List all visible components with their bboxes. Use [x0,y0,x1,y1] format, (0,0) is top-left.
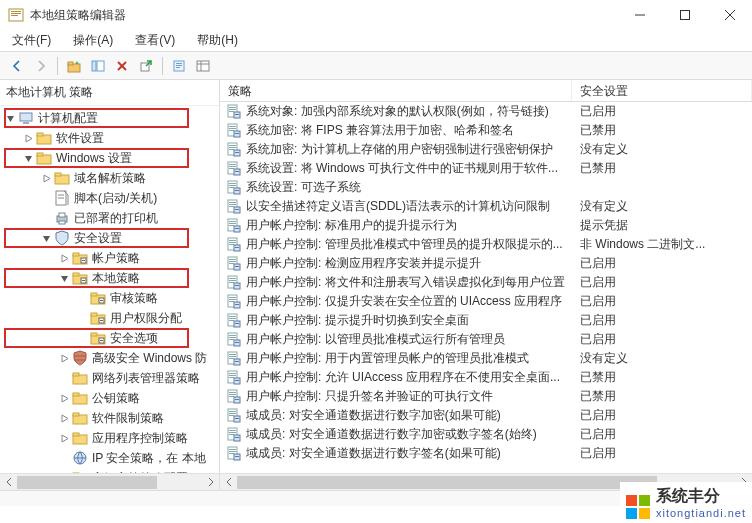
policy-row[interactable]: 用户帐户控制: 只提升签名并验证的可执行文件已禁用 [220,387,752,406]
minimize-button[interactable] [617,0,662,30]
policy-icon [226,351,242,367]
svg-rect-45 [91,293,97,296]
column-policy[interactable]: 策略 [220,80,572,101]
policy-row[interactable]: 用户帐户控制: 仅提升安装在安全位置的 UIAccess 应用程序已启用 [220,292,752,311]
policy-row[interactable]: 用户帐户控制: 管理员批准模式中管理员的提升权限提示的...非 Windows … [220,235,752,254]
scroll-thumb[interactable] [237,476,657,489]
policy-row[interactable]: 域成员: 对安全通道数据进行数字签名(如果可能)已启用 [220,444,752,463]
tree-node-user-rights[interactable]: 用户权限分配 [0,308,219,328]
policy-row[interactable]: 域成员: 对安全通道数据进行数字加密或数字签名(始终)已启用 [220,425,752,444]
svg-rect-103 [229,206,234,207]
svg-rect-114 [229,242,236,243]
maximize-button[interactable] [662,0,707,30]
tree-node-software-restriction[interactable]: 软件限制策略 [0,408,219,428]
menu-view[interactable]: 查看(V) [129,30,181,51]
tree-node-public-key[interactable]: 公钥策略 [0,388,219,408]
tree-node-app-control[interactable]: 应用程序控制策略 [0,428,219,448]
policy-list: 系统对象: 加强内部系统对象的默认权限(例如，符号链接)已启用系统加密: 将 F… [220,102,752,473]
twisty-icon[interactable] [40,232,52,244]
policy-icon [226,275,242,291]
twisty-icon[interactable] [58,432,70,444]
tree-h-scrollbar[interactable] [0,473,219,490]
svg-rect-75 [235,114,239,115]
policy-row[interactable]: 系统设置: 可选子系统 [220,178,752,197]
policy-row[interactable]: 以安全描述符定义语言(SDDL)语法表示的计算机访问限制没有定义 [220,197,752,216]
scroll-left-button[interactable] [220,474,237,491]
twisty-icon[interactable] [58,352,70,364]
policy-row[interactable]: 用户帐户控制: 检测应用程序安装并提示提升已启用 [220,254,752,273]
delete-button[interactable] [111,55,133,77]
menu-help[interactable]: 帮助(H) [191,30,244,51]
policy-row[interactable]: 用户帐户控制: 将文件和注册表写入错误虚拟化到每用户位置已启用 [220,273,752,292]
forward-button[interactable] [30,55,52,77]
menu-action[interactable]: 操作(A) [67,30,119,51]
tree-node-ipsec[interactable]: IP 安全策略，在 本地 [0,448,219,468]
policy-row[interactable]: 用户帐户控制: 提示提升时切换到安全桌面已启用 [220,311,752,330]
tree-node-account-policies[interactable]: 帐户策略 [0,248,219,268]
tree-node-audit-policy[interactable]: 审核策略 [0,288,219,308]
show-hide-tree-button[interactable] [87,55,109,77]
twisty-icon[interactable] [4,112,16,124]
tree-node-name-resolution[interactable]: 域名解析策略 [0,168,219,188]
policy-name: 用户帐户控制: 用于内置管理员帐户的管理员批准模式 [246,350,572,367]
policy-row[interactable]: 用户帐户控制: 允许 UIAccess 应用程序在不使用安全桌面...已禁用 [220,368,752,387]
tree-node-nlm-policies[interactable]: 网络列表管理器策略 [0,368,219,388]
policy-row[interactable]: 系统加密: 为计算机上存储的用户密钥强制进行强密钥保护没有定义 [220,140,752,159]
tree-node-deployed-printers[interactable]: 已部署的打印机 [0,208,219,228]
twisty-icon[interactable] [22,152,34,164]
column-security-setting[interactable]: 安全设置 [572,80,752,101]
scroll-left-button[interactable] [0,474,17,491]
close-button[interactable] [707,0,752,30]
tree-node-adv-security[interactable]: 高级安全 Windows 防 [0,348,219,368]
svg-rect-159 [235,380,239,381]
titlebar: 本地组策略编辑器 [0,0,752,30]
twisty-icon[interactable] [58,392,70,404]
properties-button[interactable] [168,55,190,77]
scroll-track[interactable] [17,474,202,491]
twisty-icon[interactable] [58,412,70,424]
menu-file[interactable]: 文件(F) [6,30,57,51]
policy-row[interactable]: 系统加密: 将 FIPS 兼容算法用于加密、哈希和签名已禁用 [220,121,752,140]
twisty-icon[interactable] [58,252,70,264]
policy-icon [226,427,242,443]
policy-row[interactable]: 用户帐户控制: 标准用户的提升提示行为提示凭据 [220,216,752,235]
svg-rect-99 [235,190,239,191]
up-folder-button[interactable] [63,55,85,77]
scroll-thumb[interactable] [17,476,157,489]
svg-rect-121 [229,263,234,264]
toolbar-separator [162,57,163,75]
tree-node-software-settings[interactable]: 软件设置 [0,128,219,148]
twisty-icon[interactable] [58,272,70,284]
list-header: 策略 安全设置 [220,80,752,102]
svg-rect-135 [235,304,239,305]
svg-rect-169 [229,415,234,416]
tree-node-startup-shutdown[interactable]: 脚本(启动/关机) [0,188,219,208]
policy-row[interactable]: 用户帐户控制: 以管理员批准模式运行所有管理员已启用 [220,330,752,349]
tree-node-local-policies[interactable]: 本地策略 [0,268,219,288]
tree-node-windows-settings[interactable]: Windows 设置 [0,148,219,168]
tree-header[interactable]: 本地计算机 策略 [0,80,219,106]
policy-icon [226,332,242,348]
tree-node-label: 脚本(启动/关机) [74,190,157,207]
tree-node-root-computer-config[interactable]: 计算机配置 [0,108,219,128]
policy-row[interactable]: 系统对象: 加强内部系统对象的默认权限(例如，符号链接)已启用 [220,102,752,121]
back-button[interactable] [6,55,28,77]
scroll-right-button[interactable] [202,474,219,491]
svg-rect-133 [229,301,234,302]
policy-icon [226,370,242,386]
svg-rect-22 [20,113,32,121]
policy-row[interactable]: 用户帐户控制: 用于内置管理员帐户的管理员批准模式没有定义 [220,349,752,368]
twisty-icon[interactable] [22,132,34,144]
policy-row[interactable]: 域成员: 对安全通道数据进行数字加密(如果可能)已启用 [220,406,752,425]
tree-node-security-settings[interactable]: 安全设置 [0,228,219,248]
tree-node-security-options[interactable]: 安全选项 [0,328,219,348]
twisty-icon[interactable] [40,172,52,184]
svg-rect-25 [37,133,43,136]
export-button[interactable] [135,55,157,77]
svg-rect-168 [229,413,236,414]
filter-button[interactable] [192,55,214,77]
policy-icon [226,180,242,196]
policy-row[interactable]: 系统设置: 将 Windows 可执行文件中的证书规则用于软件...已禁用 [220,159,752,178]
svg-rect-167 [229,411,236,412]
policy-name: 域成员: 对安全通道数据进行数字加密或数字签名(始终) [246,426,572,443]
